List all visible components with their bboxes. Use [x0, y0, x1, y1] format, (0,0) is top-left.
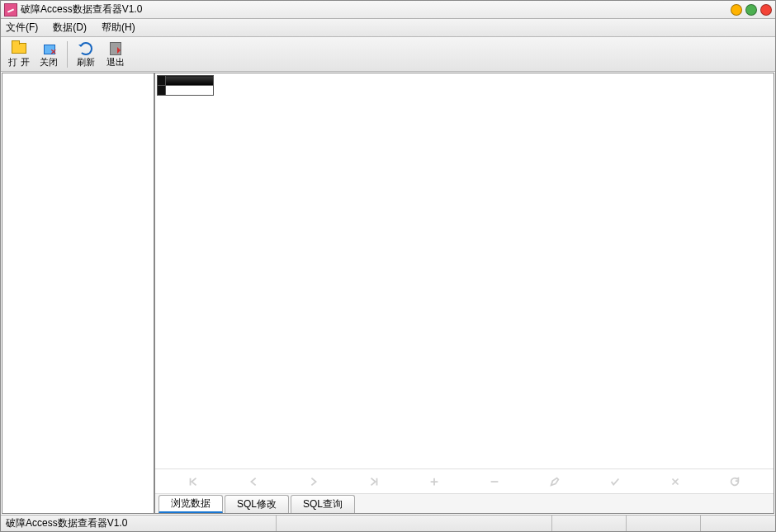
tab-sql-query[interactable]: SQL查询	[291, 495, 355, 513]
status-pane-3	[552, 516, 627, 531]
status-bar: 破障Access数据查看器V1.0	[1, 515, 775, 531]
close-button[interactable]: 关闭	[34, 40, 64, 69]
nav-next-button[interactable]	[289, 473, 338, 490]
status-text: 破障Access数据查看器V1.0	[1, 516, 277, 531]
tab-sql-modify[interactable]: SQL修改	[225, 495, 289, 513]
table-list-panel[interactable]	[2, 73, 154, 514]
grid-corner	[158, 76, 166, 86]
window-title: 破障Access数据查看器V1.0	[21, 2, 731, 16]
main-area: 浏览数据 SQL修改 SQL查询	[1, 72, 775, 515]
record-navigator	[155, 468, 774, 493]
refresh-button[interactable]: 刷新	[71, 40, 101, 69]
close-label: 关闭	[40, 56, 58, 68]
nav-prev-button[interactable]	[229, 473, 278, 490]
tab-browse-data[interactable]: 浏览数据	[159, 495, 223, 513]
bottom-tabs: 浏览数据 SQL修改 SQL查询	[155, 493, 774, 513]
nav-insert-button[interactable]	[409, 473, 459, 490]
exit-label: 退出	[106, 56, 125, 68]
title-bar: 破障Access数据查看器V1.0	[1, 1, 775, 19]
menu-bar: 文件(F) 数据(D) 帮助(H)	[1, 19, 775, 37]
folder-open-icon	[11, 41, 27, 56]
status-pane-5	[701, 516, 775, 531]
status-pane-4	[627, 516, 701, 531]
status-pane-2	[277, 516, 552, 531]
nav-edit-button[interactable]	[530, 473, 580, 490]
window-controls	[731, 4, 772, 16]
nav-delete-button[interactable]	[470, 473, 519, 490]
maximize-button[interactable]	[745, 4, 757, 16]
toolbar: 打 开 关闭 刷新 退出	[1, 37, 775, 72]
close-file-icon	[40, 41, 57, 56]
grid-row-header[interactable]	[158, 86, 166, 96]
minimize-button[interactable]	[731, 4, 742, 16]
menu-file[interactable]: 文件(F)	[6, 21, 38, 35]
refresh-label: 刷新	[77, 56, 95, 68]
open-button[interactable]: 打 开	[4, 40, 34, 69]
refresh-icon	[78, 41, 94, 56]
nav-last-button[interactable]	[349, 473, 399, 490]
data-grid-area[interactable]	[155, 73, 774, 468]
open-label: 打 开	[8, 56, 29, 68]
data-grid[interactable]	[157, 75, 214, 96]
grid-column-header[interactable]	[166, 76, 214, 86]
exit-icon	[107, 41, 124, 56]
close-window-button[interactable]	[760, 4, 772, 16]
nav-refresh-button[interactable]	[710, 473, 759, 490]
menu-help[interactable]: 帮助(H)	[102, 21, 135, 35]
menu-data[interactable]: 数据(D)	[53, 21, 87, 35]
toolbar-separator	[67, 41, 68, 68]
nav-first-button[interactable]	[168, 473, 218, 490]
grid-cell[interactable]	[166, 86, 214, 96]
nav-cancel-button[interactable]	[651, 473, 700, 490]
data-panel: 浏览数据 SQL修改 SQL查询	[154, 73, 774, 514]
app-icon	[4, 3, 17, 16]
exit-button[interactable]: 退出	[101, 40, 130, 69]
nav-post-button[interactable]	[590, 473, 640, 490]
